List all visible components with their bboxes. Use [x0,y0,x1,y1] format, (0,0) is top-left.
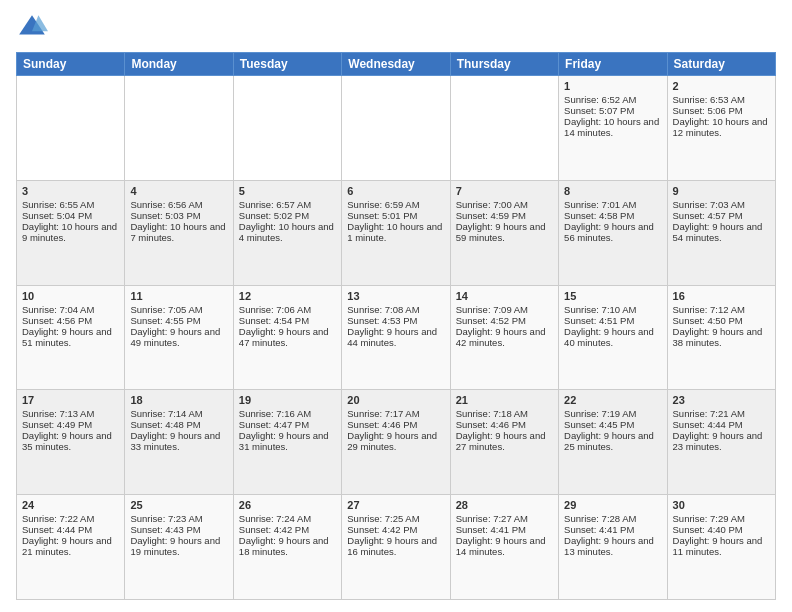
day-info: Daylight: 9 hours and 56 minutes. [564,221,661,243]
day-info: Sunset: 4:50 PM [673,315,770,326]
day-info: Sunset: 4:49 PM [22,419,119,430]
calendar-cell: 3Sunrise: 6:55 AMSunset: 5:04 PMDaylight… [17,180,125,285]
day-info: Daylight: 10 hours and 14 minutes. [564,116,661,138]
day-info: Sunrise: 7:23 AM [130,513,227,524]
day-number: 5 [239,185,336,197]
calendar-row: 17Sunrise: 7:13 AMSunset: 4:49 PMDayligh… [17,390,776,495]
day-number: 10 [22,290,119,302]
day-info: Sunset: 4:53 PM [347,315,444,326]
day-info: Daylight: 10 hours and 12 minutes. [673,116,770,138]
day-number: 21 [456,394,553,406]
calendar-cell: 1Sunrise: 6:52 AMSunset: 5:07 PMDaylight… [559,76,667,181]
day-info: Sunrise: 7:08 AM [347,304,444,315]
day-info: Sunrise: 6:55 AM [22,199,119,210]
day-info: Sunrise: 7:28 AM [564,513,661,524]
logo-icon [16,12,48,44]
day-info: Daylight: 9 hours and 33 minutes. [130,430,227,452]
day-number: 22 [564,394,661,406]
day-number: 23 [673,394,770,406]
day-info: Sunrise: 7:19 AM [564,408,661,419]
day-number: 3 [22,185,119,197]
day-number: 17 [22,394,119,406]
calendar-cell: 30Sunrise: 7:29 AMSunset: 4:40 PMDayligh… [667,495,775,600]
day-info: Sunrise: 7:04 AM [22,304,119,315]
day-info: Daylight: 9 hours and 35 minutes. [22,430,119,452]
day-info: Sunset: 4:58 PM [564,210,661,221]
day-info: Sunrise: 7:16 AM [239,408,336,419]
day-number: 7 [456,185,553,197]
day-info: Sunrise: 7:12 AM [673,304,770,315]
calendar-cell: 23Sunrise: 7:21 AMSunset: 4:44 PMDayligh… [667,390,775,495]
day-number: 29 [564,499,661,511]
day-info: Daylight: 9 hours and 13 minutes. [564,535,661,557]
day-info: Daylight: 10 hours and 7 minutes. [130,221,227,243]
day-number: 24 [22,499,119,511]
day-number: 9 [673,185,770,197]
day-number: 26 [239,499,336,511]
calendar-row: 1Sunrise: 6:52 AMSunset: 5:07 PMDaylight… [17,76,776,181]
calendar-row: 24Sunrise: 7:22 AMSunset: 4:44 PMDayligh… [17,495,776,600]
day-info: Sunrise: 6:53 AM [673,94,770,105]
calendar-cell: 10Sunrise: 7:04 AMSunset: 4:56 PMDayligh… [17,285,125,390]
calendar-cell [17,76,125,181]
day-info: Sunset: 4:43 PM [130,524,227,535]
weekday-header: Friday [559,53,667,76]
day-info: Sunrise: 7:05 AM [130,304,227,315]
day-info: Sunset: 4:59 PM [456,210,553,221]
day-number: 20 [347,394,444,406]
calendar-cell: 24Sunrise: 7:22 AMSunset: 4:44 PMDayligh… [17,495,125,600]
day-info: Sunrise: 6:57 AM [239,199,336,210]
day-info: Daylight: 9 hours and 29 minutes. [347,430,444,452]
day-info: Sunset: 4:40 PM [673,524,770,535]
day-info: Sunset: 4:41 PM [456,524,553,535]
day-info: Daylight: 9 hours and 51 minutes. [22,326,119,348]
day-info: Sunrise: 7:10 AM [564,304,661,315]
day-number: 28 [456,499,553,511]
calendar-cell: 27Sunrise: 7:25 AMSunset: 4:42 PMDayligh… [342,495,450,600]
day-info: Daylight: 9 hours and 25 minutes. [564,430,661,452]
day-info: Daylight: 9 hours and 44 minutes. [347,326,444,348]
day-info: Daylight: 9 hours and 27 minutes. [456,430,553,452]
day-info: Daylight: 9 hours and 54 minutes. [673,221,770,243]
day-info: Sunrise: 7:09 AM [456,304,553,315]
calendar-table: SundayMondayTuesdayWednesdayThursdayFrid… [16,52,776,600]
day-info: Sunrise: 7:06 AM [239,304,336,315]
day-info: Daylight: 9 hours and 42 minutes. [456,326,553,348]
day-info: Sunset: 4:44 PM [22,524,119,535]
day-info: Sunrise: 7:00 AM [456,199,553,210]
day-info: Sunset: 4:44 PM [673,419,770,430]
day-info: Sunrise: 7:01 AM [564,199,661,210]
calendar-cell: 18Sunrise: 7:14 AMSunset: 4:48 PMDayligh… [125,390,233,495]
calendar-header: SundayMondayTuesdayWednesdayThursdayFrid… [17,53,776,76]
day-info: Sunset: 4:42 PM [239,524,336,535]
day-info: Sunset: 5:06 PM [673,105,770,116]
day-info: Sunrise: 7:27 AM [456,513,553,524]
day-info: Sunset: 4:48 PM [130,419,227,430]
day-info: Daylight: 9 hours and 14 minutes. [456,535,553,557]
day-number: 4 [130,185,227,197]
day-info: Sunset: 4:45 PM [564,419,661,430]
day-number: 2 [673,80,770,92]
day-info: Daylight: 9 hours and 11 minutes. [673,535,770,557]
calendar-cell: 16Sunrise: 7:12 AMSunset: 4:50 PMDayligh… [667,285,775,390]
calendar-cell: 21Sunrise: 7:18 AMSunset: 4:46 PMDayligh… [450,390,558,495]
day-info: Sunset: 5:04 PM [22,210,119,221]
weekday-header: Saturday [667,53,775,76]
calendar-row: 10Sunrise: 7:04 AMSunset: 4:56 PMDayligh… [17,285,776,390]
day-info: Sunrise: 6:59 AM [347,199,444,210]
day-info: Sunset: 5:02 PM [239,210,336,221]
calendar-cell: 11Sunrise: 7:05 AMSunset: 4:55 PMDayligh… [125,285,233,390]
calendar-cell: 2Sunrise: 6:53 AMSunset: 5:06 PMDaylight… [667,76,775,181]
day-info: Daylight: 9 hours and 47 minutes. [239,326,336,348]
calendar-cell [342,76,450,181]
calendar-cell: 17Sunrise: 7:13 AMSunset: 4:49 PMDayligh… [17,390,125,495]
day-number: 18 [130,394,227,406]
day-info: Sunset: 5:07 PM [564,105,661,116]
calendar-cell: 5Sunrise: 6:57 AMSunset: 5:02 PMDaylight… [233,180,341,285]
calendar-cell: 29Sunrise: 7:28 AMSunset: 4:41 PMDayligh… [559,495,667,600]
logo [16,12,52,44]
day-number: 11 [130,290,227,302]
day-info: Sunset: 4:52 PM [456,315,553,326]
day-info: Daylight: 9 hours and 23 minutes. [673,430,770,452]
day-info: Sunrise: 7:14 AM [130,408,227,419]
